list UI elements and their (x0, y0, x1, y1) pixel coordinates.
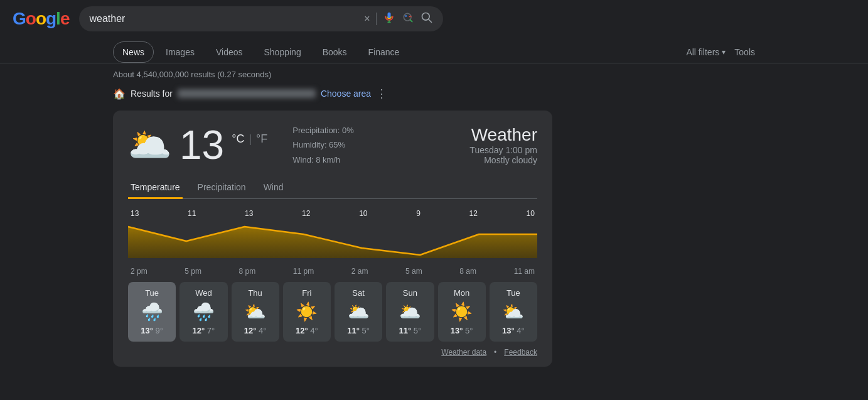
fahrenheit-unit[interactable]: °F (256, 132, 267, 145)
search-icon[interactable] (421, 11, 433, 26)
day-card-sat[interactable]: Sat 🌥️ 11° 5° (335, 282, 382, 342)
tools-button[interactable]: Tools (734, 47, 755, 57)
weather-right: Weather Tuesday 1:00 pm Mostly cloudy (469, 125, 537, 165)
humidity-detail: Humidity: 65% (292, 138, 354, 152)
precipitation-detail: Precipitation: 0% (292, 123, 354, 138)
tab-news[interactable]: News (113, 41, 154, 63)
day-card-wed[interactable]: Wed 🌧️ 12° 7° (179, 282, 227, 342)
temperature-chart (128, 220, 537, 258)
location-bar: 🏠 Results for Choose area ⋮ (0, 82, 868, 105)
nav-tabs: News Images Videos Shopping Books Financ… (0, 38, 868, 63)
divider (376, 13, 377, 25)
tab-books[interactable]: Books (313, 41, 356, 63)
weather-top: 🌥️ 13 °C | °F Precipitation: 0% Humidity… (128, 123, 537, 167)
unit-separator: | (249, 132, 252, 145)
search-bar: × (79, 6, 443, 31)
footer-dot: • (494, 348, 496, 357)
celsius-unit[interactable]: °C (232, 132, 244, 145)
nav-right: All filters ▾ Tools (686, 47, 755, 57)
weather-widget: 🌥️ 13 °C | °F Precipitation: 0% Humidity… (113, 111, 552, 367)
wind-detail: Wind: 8 km/h (292, 153, 354, 167)
day-card-tue2[interactable]: Tue ⛅ 13° 4° (490, 282, 537, 342)
svg-line-6 (429, 19, 432, 23)
location-blurred (178, 89, 316, 98)
day-forecast: Tue 🌧️ 13° 9° Wed 🌧️ 12° 7° Thu ⛅ 12° 4°… (128, 282, 537, 342)
chart-value-labels: 13 11 13 12 10 9 12 10 (128, 209, 537, 218)
lens-icon[interactable] (402, 11, 414, 26)
weather-condition-icon: 🌥️ (128, 127, 172, 163)
chart-area: 13 11 13 12 10 9 12 10 (128, 209, 537, 259)
results-count: About 4,540,000,000 results (0.27 second… (0, 63, 868, 82)
tab-videos[interactable]: Videos (206, 41, 252, 63)
temp-unit: °C | °F (232, 132, 267, 146)
feedback-link[interactable]: Feedback (504, 348, 537, 357)
clear-icon[interactable]: × (364, 13, 370, 24)
choose-area-link[interactable]: Choose area (321, 89, 371, 99)
day-card-tue1[interactable]: Tue 🌧️ 13° 9° (128, 282, 176, 342)
all-filters[interactable]: All filters ▾ (686, 47, 726, 57)
svg-marker-7 (128, 227, 537, 258)
svg-point-4 (405, 15, 407, 17)
weather-tabs: Temperature Precipitation Wind (128, 177, 537, 199)
chevron-down-icon: ▾ (722, 48, 726, 57)
search-icons: × (364, 11, 433, 26)
svg-rect-0 (388, 13, 391, 19)
search-input[interactable] (89, 13, 358, 24)
weather-date: Tuesday 1:00 pm (469, 145, 537, 155)
mic-icon[interactable] (383, 11, 395, 26)
tab-wind[interactable]: Wind (261, 177, 286, 199)
weather-title: Weather (469, 125, 537, 145)
tab-finance[interactable]: Finance (359, 41, 409, 63)
weather-main: 🌥️ 13 °C | °F (128, 125, 267, 165)
weather-details: Precipitation: 0% Humidity: 65% Wind: 8 … (292, 123, 354, 167)
weather-data-link[interactable]: Weather data (441, 348, 486, 357)
tab-temperature[interactable]: Temperature (128, 177, 183, 199)
tab-shopping[interactable]: Shopping (255, 41, 311, 63)
weather-footer: Weather data • Feedback (128, 342, 537, 357)
day-card-mon[interactable]: Mon ☀️ 13° 5° (438, 282, 486, 342)
time-labels: 2 pm 5 pm 8 pm 11 pm 2 am 5 am 8 am 11 a… (128, 264, 537, 276)
google-logo: Google (13, 9, 69, 29)
tab-images[interactable]: Images (156, 41, 204, 63)
day-card-sun[interactable]: Sun 🌥️ 11° 5° (386, 282, 434, 342)
temperature-display: 13 (179, 125, 224, 165)
home-icon: 🏠 (113, 88, 126, 100)
tab-precipitation[interactable]: Precipitation (195, 177, 249, 199)
weather-condition: Mostly cloudy (469, 155, 537, 165)
header: Google × (0, 0, 868, 38)
results-for-label: Results for (131, 89, 173, 99)
more-options-icon[interactable]: ⋮ (376, 87, 387, 100)
day-card-fri[interactable]: Fri ☀️ 12° 4° (283, 282, 331, 342)
day-card-thu[interactable]: Thu ⛅ 12° 4° (232, 282, 279, 342)
